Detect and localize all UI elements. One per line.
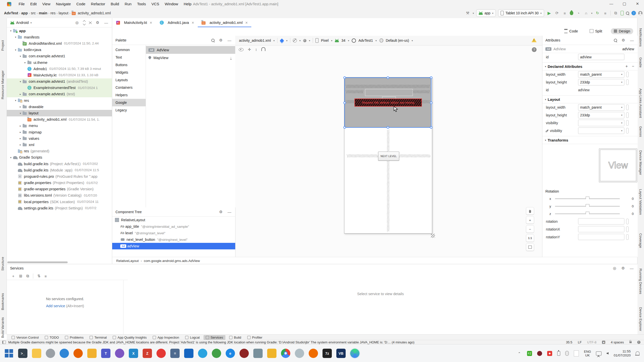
breadcrumb-item[interactable]: activity_admob1.xml xyxy=(78,11,111,15)
tree-arrow-icon[interactable]: ▸ xyxy=(18,105,22,108)
taskbar-app-vscode[interactable]: X xyxy=(129,349,138,358)
close-button[interactable]: ✕ xyxy=(631,0,644,8)
api-level-picker[interactable]: 34 xyxy=(341,38,345,42)
tree-arrow-icon[interactable]: ▸ xyxy=(18,131,22,133)
tree-row[interactable]: ▾res xyxy=(7,97,112,104)
mode-button-design[interactable]: Design xyxy=(611,28,633,34)
palette-search-icon[interactable] xyxy=(211,39,215,42)
palette-category-helpers[interactable]: Helpers xyxy=(112,91,146,99)
tree-row[interactable]: build.gradle.kts(Module :app)01/07/2024 … xyxy=(7,167,112,173)
run-button[interactable]: ▶ xyxy=(546,10,552,16)
palette-category-google[interactable]: Google xyxy=(112,99,146,106)
usb-tray-icon[interactable] xyxy=(557,351,560,356)
palette-minimize-icon[interactable]: — xyxy=(227,38,232,42)
profile-low-overhead-button[interactable]: ∩ xyxy=(583,10,589,16)
slider-thumb[interactable] xyxy=(586,204,589,208)
taskbar-app-photos[interactable] xyxy=(87,349,97,358)
taskbar-app-teams[interactable]: T xyxy=(101,349,110,358)
tree-row[interactable]: ▾Gradle Scripts xyxy=(7,154,112,161)
indent-setting[interactable]: 4 spaces xyxy=(611,340,624,344)
canvas-resize-grip[interactable] xyxy=(431,234,435,238)
editor-tab-activity_admob1.xml[interactable]: <>activity_admob1.xml✕ xyxy=(198,18,251,27)
tree-row[interactable]: build.gradle.kts(Project: AdvTest1)01/07… xyxy=(7,161,112,167)
breadcrumb-parent[interactable]: RelativeLayout xyxy=(116,259,139,263)
zoom-actual-button[interactable]: 1:1 xyxy=(526,234,534,242)
taskbar-app-app-gray-2[interactable] xyxy=(295,349,304,358)
taskbar-app-stack[interactable] xyxy=(253,349,263,358)
palette-item-adview[interactable]: AdAdView xyxy=(146,46,235,54)
selection-handle[interactable] xyxy=(343,76,346,79)
adview-component[interactable]: Required XML attribute 'adSize' was miss… xyxy=(344,77,431,128)
remove-attribute-icon[interactable]: − xyxy=(632,64,634,69)
attribute-input[interactable] xyxy=(578,218,624,224)
section-transforms[interactable]: ▾Transforms xyxy=(542,136,638,144)
design-surface-mode-icon[interactable] xyxy=(280,38,284,43)
rerun-tests-button[interactable]: ↻ xyxy=(595,10,600,16)
project-settings-gear-icon[interactable]: ⚙ xyxy=(95,20,100,25)
component-tree-minimize-icon[interactable]: — xyxy=(227,210,232,214)
menu-item-window[interactable]: Window xyxy=(162,0,181,8)
palette-category-legacy[interactable]: Legacy xyxy=(112,106,146,114)
tree-row[interactable]: local.properties(SDK Location)01/07/2024… xyxy=(7,199,112,205)
layout-widget-icon[interactable] xyxy=(2,341,6,344)
stripe-label-gradle[interactable]: Gradle xyxy=(639,57,642,68)
attributes-minimize-icon[interactable]: — xyxy=(630,38,634,42)
tab-close-icon[interactable]: ✕ xyxy=(150,21,152,25)
slider-track[interactable] xyxy=(555,198,620,199)
taskbar-app-app-blue[interactable] xyxy=(60,349,69,358)
stripe-label-running-devices[interactable]: Running Devices xyxy=(639,268,642,294)
breadcrumb-item[interactable]: src xyxy=(31,11,36,15)
attribute-value-dropdown[interactable]: ▾ xyxy=(578,120,624,126)
tree-row[interactable]: MFAndroidManifest.xml01/07/2024 11:50, 2… xyxy=(7,40,112,47)
tree-arrow-icon[interactable]: ▾ xyxy=(14,49,18,51)
taskbar-app-media[interactable] xyxy=(309,349,318,358)
stripe-label-device-manager[interactable]: Device Manager xyxy=(639,150,642,175)
stripe-label-resource-manager[interactable]: Resource Manager xyxy=(1,70,5,99)
menu-item-navigate[interactable]: Navigate xyxy=(53,0,73,8)
tree-row[interactable]: ▾manifests xyxy=(7,34,112,40)
zoom-out-button[interactable]: − xyxy=(526,225,534,233)
services-minimize-icon[interactable]: — xyxy=(629,266,634,270)
tree-row[interactable]: CAdmob101/07/2024 11:50, 7.39 kB 3 minut xyxy=(7,66,112,72)
pan-vertical-icon[interactable]: ↕ xyxy=(255,47,257,52)
id-input[interactable]: adView xyxy=(578,54,624,60)
help-icon[interactable]: ? xyxy=(532,47,537,52)
add-service-icon[interactable]: ＋ xyxy=(11,274,15,279)
attribute-input[interactable] xyxy=(578,226,624,232)
view-options-eye-icon[interactable] xyxy=(239,48,244,51)
tree-arrow-icon[interactable]: ▾ xyxy=(9,156,13,159)
menu-item-view[interactable]: View xyxy=(39,0,53,8)
taskbar-app-telegram[interactable] xyxy=(198,349,207,358)
attributes-search-icon[interactable] xyxy=(614,39,617,42)
file-encoding[interactable]: UTF-8 xyxy=(587,340,596,344)
taskbar-app-7zip[interactable]: 7z xyxy=(323,349,332,358)
red-diamond-tray-icon[interactable]: ◆ xyxy=(547,351,552,356)
stripe-label-notifications[interactable]: Notifications xyxy=(639,28,642,47)
breadcrumb-child[interactable]: com.google.android.gms.ads.AdView xyxy=(144,259,200,263)
taskbar-app-app-gray[interactable] xyxy=(46,349,55,358)
mouse-tray-icon[interactable] xyxy=(565,351,569,356)
notifications-icon[interactable]: ■ xyxy=(602,341,605,344)
component-row-level[interactable]: Ablevel"@string/start_level" xyxy=(112,230,235,236)
taskbar-app-chrome[interactable] xyxy=(281,349,290,358)
selection-handle[interactable] xyxy=(430,126,432,129)
tree-row[interactable]: ≡proguard-rules.pro(ProGuard Rules for "… xyxy=(7,173,112,179)
taskbar-app-app-purple[interactable] xyxy=(115,349,124,358)
start-button[interactable] xyxy=(3,348,15,359)
language-indicator[interactable]: ENGUK xyxy=(584,350,591,357)
night-mode-icon[interactable] xyxy=(303,39,306,42)
debug-button[interactable] xyxy=(570,11,573,15)
run-configuration-select[interactable]: app▾ xyxy=(476,9,496,17)
theme-picker[interactable]: AdvTest1 xyxy=(358,38,373,42)
tree-row[interactable]: ▸ui.theme xyxy=(7,59,112,66)
tree-arrow-icon[interactable]: ▾ xyxy=(18,112,22,115)
stripe-label-coverage[interactable]: Coverage xyxy=(639,233,642,248)
component-row-app_title[interactable]: Abapp_title"@string/interstitial_ad_samp… xyxy=(112,223,235,230)
profiler-button[interactable]: ◔ xyxy=(576,10,581,16)
tool-window-button-app-quality-insights[interactable]: App Quality Insights xyxy=(110,335,149,340)
stripe-label-structure[interactable]: Structure xyxy=(1,257,5,271)
slider-track[interactable] xyxy=(555,206,620,207)
collapse-all-icon[interactable] xyxy=(89,21,91,25)
sort-services-icon[interactable]: ⇅ xyxy=(37,274,41,278)
tree-arrow-icon[interactable]: ▸ xyxy=(18,143,22,146)
